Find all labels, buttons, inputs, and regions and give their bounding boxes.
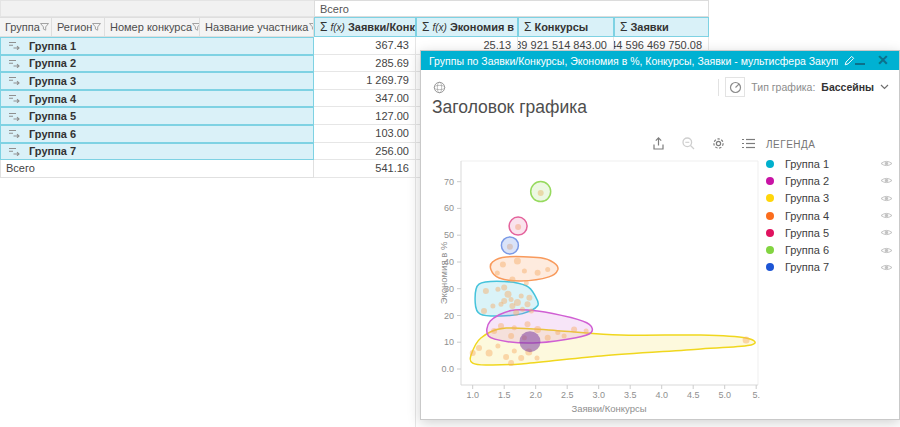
eye-icon[interactable] [880,211,893,220]
expand-hierarchy-icon[interactable] [8,41,21,50]
pivot-cell: 103.00 [314,125,416,143]
svg-text:0.0: 0.0 [441,364,454,374]
expand-hierarchy-icon[interactable] [8,76,21,85]
row-label[interactable]: Группа 7 [0,143,314,161]
svg-text:5.: 5. [752,390,760,400]
column-header[interactable]: Регион [52,17,105,37]
pencil-icon[interactable] [844,55,855,66]
column-header[interactable]: Группа [0,17,52,37]
pivot-cell: 256.00 [314,143,416,161]
list-icon[interactable] [741,137,756,150]
legend: Группа 1Группа 2Группа 3Группа 4Группа 5… [766,155,893,276]
fx-icon: f(x) [432,22,446,33]
export-icon[interactable] [651,136,666,151]
expand-hierarchy-icon[interactable] [8,147,21,156]
svg-text:20: 20 [444,311,454,321]
svg-text:70: 70 [444,177,454,187]
value-column-header[interactable]: Σf(x)Экономия в % [416,17,518,37]
svg-text:3.5: 3.5 [624,390,637,400]
legend-item-label: Группа 2 [785,175,829,187]
column-header[interactable]: Номер конкурса [105,17,200,37]
legend-color-dot [766,229,774,237]
row-label[interactable]: Группа 1 [0,37,314,55]
legend-item[interactable]: Группа 7 [766,259,893,276]
expand-hierarchy-icon[interactable] [8,94,21,103]
svg-text:3.0: 3.0 [592,390,605,400]
dialog-titlebar[interactable]: Группы по Заявки/Конкурсы, Экономия в %,… [421,51,899,70]
svg-text:4.5: 4.5 [687,390,700,400]
legend-header: ЛЕГЕНДА [766,139,815,150]
corner-spacer [0,0,314,17]
pivot-cell: 1 269.79 [314,72,416,90]
filter-funnel-icon[interactable] [40,21,49,33]
minimize-button[interactable] [855,63,865,65]
chart-type-icon[interactable] [725,77,745,97]
row-label[interactable]: Группа 2 [0,55,314,73]
sigma-icon: Σ [524,20,531,34]
eye-icon[interactable] [880,194,893,203]
expand-hierarchy-icon[interactable] [8,59,21,68]
sigma-icon: Σ [620,20,627,34]
svg-text:1.0: 1.0 [466,390,479,400]
expand-hierarchy-icon[interactable] [8,112,21,121]
svg-text:Экономия в %: Экономия в % [438,241,449,304]
gear-icon[interactable] [711,136,726,151]
legend-color-dot [766,177,774,185]
legend-item-label: Группа 3 [785,192,829,204]
legend-item[interactable]: Группа 2 [766,172,893,189]
sigma-icon: Σ [422,20,429,34]
eye-icon[interactable] [880,263,893,272]
chart-dialog-window: Группы по Заявки/Конкурсы, Экономия в %,… [420,50,900,420]
filter-funnel-icon[interactable] [192,21,200,33]
close-button[interactable]: ✕ [877,51,889,70]
legend-item[interactable]: Группа 6 [766,241,893,258]
grid-column-separator [415,178,416,427]
fx-icon: f(x) [330,22,344,33]
svg-text:1.5: 1.5 [498,390,511,400]
row-label[interactable]: Группа 4 [0,90,314,108]
eye-icon[interactable] [880,228,893,237]
legend-color-dot [766,263,774,271]
svg-text:50: 50 [444,230,454,240]
legend-item[interactable]: Группа 1 [766,155,893,172]
pivot-cell: 367.43 [314,37,416,55]
total-span-header: Всего [314,0,709,17]
chart-type-control[interactable]: Тип графика: Бассейны [718,77,889,97]
value-column-header[interactable]: Σf(x)Заявки/Конкурсы [314,17,416,37]
chart-type-value: Бассейны [821,81,874,93]
legend-color-dot [766,160,774,168]
chart-toolbar [651,136,756,151]
chart-type-label: Тип графика: [751,81,815,93]
dialog-title: Группы по Заявки/Конкурсы, Экономия в %,… [429,55,838,67]
svg-text:Заявки/Конкурсы: Заявки/Конкурсы [571,403,646,414]
legend-color-dot [766,246,774,254]
zoom-icon[interactable] [681,136,696,151]
row-label[interactable]: Всего [0,160,314,178]
row-label[interactable]: Группа 6 [0,125,314,143]
legend-item-label: Группа 5 [785,227,829,239]
svg-text:5.0: 5.0 [718,390,731,400]
svg-text:4.0: 4.0 [655,390,668,400]
dialog-body: 1.01.52.02.53.03.54.04.55.05.0.010203040… [421,70,899,419]
value-column-header[interactable]: ΣЗаявки [614,17,709,37]
svg-text:60: 60 [444,203,454,213]
column-header[interactable]: Название участника [200,17,314,37]
legend-item[interactable]: Группа 5 [766,224,893,241]
multisphere-icon [433,80,446,98]
legend-color-dot [766,194,774,202]
eye-icon[interactable] [880,159,893,168]
row-label[interactable]: Группа 5 [0,107,314,125]
legend-item[interactable]: Группа 4 [766,207,893,224]
legend-item-label: Группа 6 [785,244,829,256]
pivot-cell: 541.16 [314,160,416,178]
eye-icon[interactable] [880,176,893,185]
legend-item-label: Группа 7 [785,261,829,273]
filter-funnel-icon[interactable] [92,21,101,33]
pivot-cell: 285.69 [314,55,416,73]
expand-hierarchy-icon[interactable] [8,129,21,138]
pivot-cell: 127.00 [314,107,416,125]
row-label[interactable]: Группа 3 [0,72,314,90]
legend-item[interactable]: Группа 3 [766,190,893,207]
eye-icon[interactable] [880,246,893,255]
value-column-header[interactable]: ΣКонкурсы [518,17,614,37]
